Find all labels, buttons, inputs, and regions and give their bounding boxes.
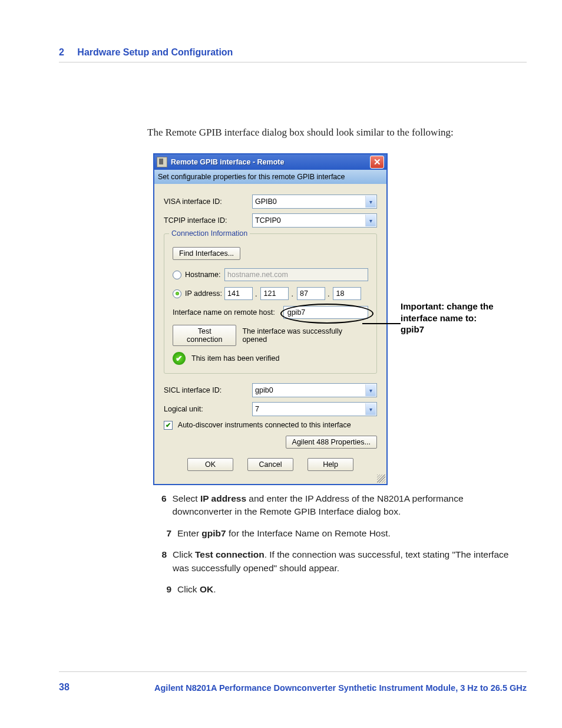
header-rule xyxy=(59,62,527,62)
chevron-down-icon[interactable]: ▾ xyxy=(365,384,376,396)
ip-octet-1[interactable]: 141 xyxy=(224,287,253,300)
visa-combobox[interactable]: GPIB0 ▾ xyxy=(252,195,377,209)
hostname-input[interactable]: hostname.net.com xyxy=(224,268,368,281)
footer-rule xyxy=(59,671,527,672)
ip-label: IP address: xyxy=(185,289,222,298)
test-result-text: The interface was successfully opened xyxy=(242,327,368,344)
footer-title: Agilent N8201A Performance Downconverter… xyxy=(154,683,527,693)
page-number: 38 xyxy=(59,682,70,693)
test-connection-button[interactable]: Test connection xyxy=(173,325,236,346)
visa-value: GPIB0 xyxy=(255,197,277,206)
group-title: Connection Information xyxy=(169,229,250,238)
hostname-radio[interactable] xyxy=(173,271,181,279)
ifname-label: Interface name on remote host: xyxy=(173,308,275,317)
instruction-steps: 6 Select IP address and enter the IP Add… xyxy=(156,492,524,605)
window-title: Remote GPIB interface - Remote xyxy=(171,158,370,166)
tcpip-value: TCPIP0 xyxy=(255,216,281,225)
ok-button[interactable]: OK xyxy=(187,458,233,471)
visa-label: VISA interface ID: xyxy=(164,197,252,206)
lu-value: 7 xyxy=(255,405,259,413)
agilent-488-button[interactable]: Agilent 488 Properties... xyxy=(286,436,377,449)
intro-text: The Remote GPIB interface dialog box sho… xyxy=(147,127,454,139)
page-footer: 38 Agilent N8201A Performance Downconver… xyxy=(59,682,527,693)
lu-label: Logical unit: xyxy=(164,405,252,413)
sicl-label: SICL interface ID: xyxy=(164,386,252,394)
step-9: 9 Click OK. xyxy=(156,583,524,596)
tcpip-combobox[interactable]: TCPIP0 ▾ xyxy=(252,213,377,228)
ip-octet-2[interactable]: 121 xyxy=(260,287,289,300)
step-7: 7 Enter gpib7 for the Interface Name on … xyxy=(156,527,524,540)
resize-grip-icon[interactable] xyxy=(377,475,385,483)
help-button[interactable]: Help xyxy=(308,458,353,471)
chapter-title: Hardware Setup and Configuration xyxy=(77,47,233,57)
lu-combobox[interactable]: 7 ▾ xyxy=(252,402,377,416)
check-icon: ✔ xyxy=(173,352,186,365)
verified-text: This item has been verified xyxy=(191,354,279,363)
ifname-input[interactable]: gpib7 xyxy=(283,306,368,319)
chevron-down-icon[interactable]: ▾ xyxy=(365,403,376,415)
ip-radio[interactable] xyxy=(173,289,181,298)
dialog-subheader: Set configurable properties for this rem… xyxy=(154,170,386,184)
ip-octet-4[interactable]: 18 xyxy=(333,287,361,300)
app-icon xyxy=(157,157,167,167)
chevron-down-icon[interactable]: ▾ xyxy=(365,196,376,207)
page-header: 2 Hardware Setup and Configuration xyxy=(59,47,233,58)
close-icon[interactable]: ✕ xyxy=(370,156,384,169)
step-8: 8 Click Test connection. If the connecti… xyxy=(156,548,524,575)
step-6: 6 Select IP address and enter the IP Add… xyxy=(156,492,524,519)
connection-info-group: Connection Information Find Interfaces..… xyxy=(164,233,377,374)
find-interfaces-button[interactable]: Find Interfaces... xyxy=(173,247,240,260)
titlebar[interactable]: Remote GPIB interface - Remote ✕ xyxy=(154,154,386,170)
callout-note: Important: change the interface name to:… xyxy=(401,301,530,335)
chevron-down-icon[interactable]: ▾ xyxy=(365,215,376,226)
auto-discover-checkbox[interactable]: ✔ xyxy=(164,421,173,430)
cancel-button[interactable]: Cancel xyxy=(247,458,293,471)
hostname-label: Hostname: xyxy=(185,271,220,279)
callout-connector xyxy=(362,323,401,324)
auto-discover-label: Auto-discover instruments connected to t… xyxy=(178,421,351,429)
ip-octet-3[interactable]: 87 xyxy=(297,287,325,300)
sicl-combobox[interactable]: gpib0 ▾ xyxy=(252,383,377,397)
sicl-value: gpib0 xyxy=(255,386,273,394)
dialog-screenshot: Remote GPIB interface - Remote ✕ Set con… xyxy=(153,153,388,485)
chapter-number: 2 xyxy=(59,47,64,58)
tcpip-label: TCPIP interface ID: xyxy=(164,216,252,225)
